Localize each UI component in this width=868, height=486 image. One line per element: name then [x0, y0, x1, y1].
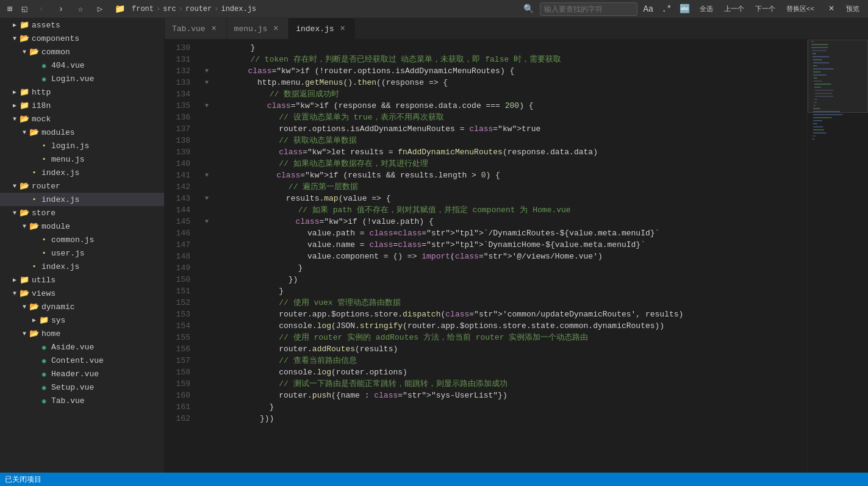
sidebar-item-tab-vue[interactable]: ▶ ◉ Tab.vue: [0, 394, 164, 407]
fold-arrow-icon[interactable]: ▼: [205, 216, 209, 227]
fold-arrow-icon[interactable]: ▼: [205, 170, 209, 181]
sidebar-item-http[interactable]: ▶ 📁 http: [0, 85, 164, 99]
folder-label: modules: [41, 128, 75, 137]
sidebar-item-login[interactable]: ▶ ◉ Login.vue: [0, 72, 164, 85]
code-content[interactable]: } // token 存在时，判断是否已经获取过 动态菜单，未获取，即 fals…: [195, 40, 807, 473]
arrow-icon: ▼: [20, 304, 29, 310]
file-label: login.js: [51, 141, 89, 151]
sidebar-item-i18n[interactable]: ▶ 📁 i18n: [0, 99, 164, 112]
sidebar-item-content[interactable]: ▶ ◉ Content.vue: [0, 354, 164, 367]
file-label: Content.vue: [51, 356, 104, 365]
sidebar-item-mock[interactable]: ▼ 📂 mock: [0, 112, 164, 126]
sidebar-item-common[interactable]: ▼ 📂 common: [0, 45, 164, 59]
code-text: router.push({name : class="str">"sys-Use…: [212, 390, 508, 401]
close-button[interactable]: ×: [824, 2, 839, 16]
code-text: class="kw">if (!value.path) {: [210, 216, 434, 227]
sidebar-item-components[interactable]: ▼ 📂 components: [0, 32, 164, 45]
folder-icon: 📁: [20, 275, 29, 285]
sidebar-item-views[interactable]: ▼ 📂 views: [0, 287, 164, 300]
code-line: // token 存在时，判断是否已经获取过 动态菜单，未获取，即 false …: [205, 54, 807, 65]
folder-icon: 📁: [20, 101, 29, 110]
file-label: user.js: [51, 249, 85, 258]
nav-forward-button[interactable]: ›: [54, 2, 68, 16]
file-icon: ▪: [39, 249, 49, 257]
tab-close-icon[interactable]: ×: [271, 24, 281, 34]
folder-icon: 📂: [29, 329, 39, 338]
code-text: value.path = class=class="str">"tpl">`/D…: [212, 227, 659, 239]
tab-close-icon[interactable]: ×: [209, 24, 219, 34]
prev-button[interactable]: 上一个: [720, 3, 748, 15]
sidebar-item-mock-index[interactable]: ▶ ▪ index.js: [0, 166, 164, 179]
search-input[interactable]: [540, 2, 637, 16]
sidebar-item-router-index[interactable]: ▶ ▪ index.js: [0, 193, 164, 206]
file-icon: ◉: [39, 384, 49, 391]
sidebar-item-common-js[interactable]: ▶ ▪ common.js: [0, 233, 164, 246]
code-text: })): [212, 413, 274, 424]
arrow-icon: ▶: [10, 21, 20, 29]
sidebar-item-store[interactable]: ▼ 📂 store: [0, 206, 164, 220]
sidebar-item-assets[interactable]: ▶ 📁 assets: [0, 18, 164, 32]
file-label: Setup.vue: [51, 383, 94, 392]
search-icon[interactable]: 🔍: [522, 2, 536, 16]
code-text: value.name = class=class="str">"tpl">`Dy…: [212, 239, 645, 251]
sidebar-item-module[interactable]: ▼ 📂 module: [0, 220, 164, 233]
sidebar-item-utils[interactable]: ▶ 📁 utils: [0, 273, 164, 287]
sidebar-item-router[interactable]: ▼ 📂 router: [0, 179, 164, 193]
sidebar-item-setup[interactable]: ▶ ◉ Setup.vue: [0, 381, 164, 394]
fold-arrow-icon[interactable]: ▼: [205, 193, 209, 204]
folder-icon: 📂: [20, 181, 29, 191]
folder-button[interactable]: 📁: [112, 2, 127, 16]
tab-label: index.js: [296, 24, 334, 34]
sidebar-item-store-index[interactable]: ▶ ▪ index.js: [0, 260, 164, 273]
next-button[interactable]: 下一个: [751, 3, 779, 15]
code-text: }: [212, 401, 274, 413]
preview-button[interactable]: 预览: [842, 3, 863, 15]
code-line: // 遍历第一层数据: [205, 181, 807, 193]
code-line: // 使用 router 实例的 addRoutes 方法，给当前 router…: [205, 332, 807, 343]
select-all-button[interactable]: 全选: [696, 3, 717, 15]
sidebar-item-404[interactable]: ▶ ◉ 404.vue: [0, 59, 164, 72]
folder-label: common: [41, 48, 70, 57]
fold-arrow-icon[interactable]: ▼: [205, 65, 209, 77]
aa-button[interactable]: Aa: [641, 2, 656, 16]
file-icon: ▪: [29, 196, 39, 203]
breadcrumb-item-file[interactable]: index.js: [221, 5, 256, 13]
code-line: value.component = () => import(class="st…: [205, 251, 807, 262]
word-button[interactable]: 🔤: [678, 2, 692, 16]
code-text: value.component = () => import(class="st…: [212, 251, 603, 262]
tab-index-js[interactable]: index.js ×: [289, 18, 355, 39]
sidebar-item-aside[interactable]: ▶ ◉ Aside.vue: [0, 340, 164, 354]
sidebar-item-home[interactable]: ▼ 📂 home: [0, 327, 164, 340]
code-line: }: [205, 285, 807, 297]
breadcrumb-item-front[interactable]: front: [132, 5, 154, 13]
code-line: ▼ class="kw">if (results && results.leng…: [205, 170, 807, 181]
sidebar-item-dynamic[interactable]: ▼ 📂 dynamic: [0, 300, 164, 313]
breadcrumb: front › src › router › index.js: [132, 5, 517, 13]
regex-button[interactable]: .*: [659, 2, 674, 16]
star-button[interactable]: ☆: [73, 2, 88, 16]
code-line: }: [205, 262, 807, 274]
sidebar-item-modules[interactable]: ▼ 📂 modules: [0, 126, 164, 139]
file-icon: ◱: [20, 4, 29, 14]
sidebar-item-menu-js[interactable]: ▶ ▪ menu.js: [0, 152, 164, 166]
play-button[interactable]: ▷: [93, 2, 107, 16]
code-line: }: [205, 42, 807, 54]
tab-tab-vue[interactable]: Tab.vue ×: [165, 18, 227, 39]
fold-arrow-icon[interactable]: ▼: [205, 100, 209, 112]
arrow-icon: ▶: [10, 276, 20, 284]
sidebar-item-user-js[interactable]: ▶ ▪ user.js: [0, 246, 164, 260]
tab-close-icon[interactable]: ×: [338, 24, 348, 34]
sidebar-item-login-js[interactable]: ▶ ▪ login.js: [0, 139, 164, 152]
nav-back-button[interactable]: ‹: [34, 2, 49, 16]
folder-icon: 📂: [29, 221, 39, 231]
breadcrumb-item-router[interactable]: router: [185, 5, 212, 13]
sidebar-item-sys[interactable]: ▶ 📁 sys: [0, 313, 164, 327]
code-text: // 使用 router 实例的 addRoutes 方法，给当前 router…: [212, 332, 588, 343]
fold-arrow-icon[interactable]: ▼: [205, 77, 209, 88]
code-text: class="kw">if (results && results.length…: [210, 170, 500, 181]
folder-icon: 📂: [20, 288, 29, 298]
breadcrumb-item-src[interactable]: src: [163, 5, 176, 13]
tab-menu-js[interactable]: menu.js ×: [227, 18, 289, 39]
sidebar-item-header[interactable]: ▶ ◉ Header.vue: [0, 367, 164, 381]
replace-button[interactable]: 替换区<<: [783, 3, 818, 15]
